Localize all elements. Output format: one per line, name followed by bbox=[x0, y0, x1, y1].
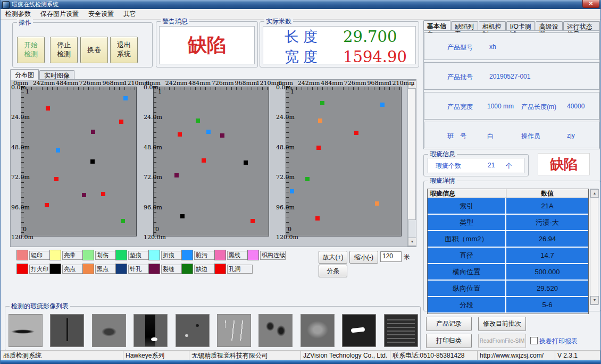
y-axis-tick-label: 120.0m bbox=[276, 234, 298, 241]
defect-marker bbox=[318, 118, 322, 123]
detail-row-4[interactable]: 直径14.7 bbox=[428, 248, 588, 264]
y-axis-tick-label: 48.0m bbox=[144, 144, 162, 151]
menu-item-4[interactable]: 其它 bbox=[119, 9, 141, 19]
scroll-down-icon[interactable]: ▼ bbox=[408, 238, 416, 246]
scroll-down-icon[interactable]: ▼ bbox=[590, 296, 599, 304]
defect-thumbnail-6[interactable] bbox=[217, 314, 251, 347]
legend-color-swatch bbox=[49, 250, 61, 260]
defect-marker bbox=[90, 159, 95, 164]
shift-label: 班 号 bbox=[447, 132, 466, 141]
status-segment-5: 联系电话:0510-85381428 bbox=[390, 351, 477, 360]
menu-item-1[interactable]: 检测参数 bbox=[1, 9, 36, 19]
view-tab-1[interactable]: 分布图 bbox=[10, 69, 39, 80]
close-button[interactable]: ✕ bbox=[582, 0, 599, 8]
zoom-out-button[interactable]: 缩小(-) bbox=[349, 251, 378, 264]
detail-row-3[interactable]: 面积（mm2）26.94 bbox=[428, 231, 588, 248]
defect-thumbnail-3[interactable] bbox=[92, 314, 126, 347]
legend-color-swatch bbox=[16, 250, 28, 260]
defect-thumbnail-2[interactable] bbox=[50, 314, 84, 347]
warning-group-title: 警告消息 bbox=[161, 18, 189, 25]
legend-item-孔洞: 孔洞 bbox=[214, 264, 253, 274]
plot-number-label: 1 bbox=[158, 88, 162, 95]
legend-color-swatch bbox=[181, 264, 193, 274]
meters-input[interactable]: 120 bbox=[380, 251, 402, 262]
detail-row-7[interactable]: 分段5-6 bbox=[428, 297, 588, 314]
operation-button-3[interactable]: 换卷 bbox=[80, 37, 108, 63]
operation-button-1[interactable]: 开始 检测 bbox=[17, 37, 45, 63]
zoom-in-button[interactable]: 放大(+) bbox=[319, 251, 347, 264]
plot-number-label: 1 bbox=[290, 88, 294, 95]
defect-thumbnail-7[interactable] bbox=[258, 314, 293, 347]
menu-bar: 检测参数保存图片设置安全设置其它 bbox=[1, 9, 600, 20]
x-axis-ticks bbox=[21, 87, 136, 90]
y-axis-tick-label: 72.0m bbox=[144, 174, 162, 181]
meter-value: 29.700 bbox=[343, 28, 397, 46]
legend-color-swatch bbox=[49, 264, 61, 274]
defect-thumbnail-8[interactable] bbox=[300, 314, 335, 347]
legend-item-织构连续: 织构连续 bbox=[247, 250, 286, 260]
defect-marker bbox=[91, 130, 95, 134]
defect-marker bbox=[244, 160, 248, 165]
product-record-button[interactable]: 产品记录 bbox=[426, 317, 472, 331]
detail-row-5[interactable]: 横向位置500.000 bbox=[428, 264, 588, 281]
plots-vertical-scrollbar[interactable]: ▲ ▼ bbox=[407, 80, 416, 247]
split-button[interactable]: 分条 bbox=[319, 265, 347, 277]
defect-thumbnail-10[interactable] bbox=[384, 314, 418, 347]
status-segment-1: 品质检测系统 bbox=[1, 351, 123, 360]
plot-number-label: 1 bbox=[26, 88, 29, 95]
defect-thumbnail-9[interactable] bbox=[342, 314, 376, 347]
print-sort-button[interactable]: 打印归类 bbox=[426, 334, 472, 348]
right-tab-5[interactable]: 高级设置 bbox=[536, 21, 563, 31]
detail-row-label: 索引 bbox=[428, 198, 506, 214]
product-batch-row: 产品批号 20190527-001 bbox=[424, 62, 599, 90]
right-tab-1[interactable]: 基本信息 bbox=[423, 20, 450, 31]
view-tab-2[interactable]: 实时图像 bbox=[39, 70, 74, 80]
operator-value: zjy bbox=[567, 132, 575, 139]
detail-row-1[interactable]: 索引21A bbox=[428, 198, 588, 215]
defect-thumbnail-4[interactable] bbox=[133, 314, 168, 347]
defect-marker bbox=[178, 132, 182, 137]
scroll-up-icon[interactable]: ▲ bbox=[590, 189, 599, 198]
product-length-label: 产品长度(m) bbox=[521, 103, 556, 112]
menu-item-3[interactable]: 安全设置 bbox=[84, 9, 119, 19]
x-axis-tick-label: 968mm bbox=[102, 80, 124, 87]
defect-thumbnail-5[interactable] bbox=[176, 314, 210, 347]
app-window: { "window": {"title": "瑕疵在线检测系统", "close… bbox=[0, 0, 601, 364]
operation-button-4[interactable]: 退出 系统 bbox=[110, 37, 138, 63]
operation-button-2[interactable]: 停止 检测 bbox=[50, 37, 78, 63]
defect-marker bbox=[220, 133, 224, 138]
y-axis-ticks bbox=[154, 87, 156, 236]
right-tab-6[interactable]: 运行状态信息 bbox=[563, 21, 600, 31]
defect-count-value: 21 bbox=[488, 162, 495, 169]
modify-batch-button[interactable]: 修改目前批次 bbox=[478, 317, 526, 331]
defect-count-unit: 个 bbox=[506, 162, 512, 171]
right-tab-4[interactable]: I/O卡测试 bbox=[506, 21, 535, 31]
detail-row-label: 纵向位置 bbox=[428, 281, 506, 296]
roll-print-checkbox[interactable] bbox=[530, 337, 538, 344]
menu-item-2[interactable]: 保存图片设置 bbox=[36, 9, 84, 19]
operation-group: 操作 开始 检测停止 检测换卷退出 系统 bbox=[12, 22, 153, 67]
meter-row-1: 长度29.700 bbox=[263, 27, 415, 47]
y-axis-tick-label: 96.0m bbox=[144, 204, 162, 211]
status-segment-6: http://www.wxjzsj.com/ bbox=[477, 351, 555, 360]
distribution-plot-3: 0mm242mm484mm726mm968mm1210mm0.0m24.0m48… bbox=[276, 80, 408, 247]
y-axis-tick-label: 24.0m bbox=[11, 114, 30, 121]
title-bar: 瑕疵在线检测系统 ✕ bbox=[1, 0, 600, 9]
scrollbar-thumb[interactable] bbox=[408, 219, 416, 239]
detail-row-2[interactable]: 类型污渍-大 bbox=[428, 215, 588, 231]
x-axis-tick-label: 1210mm bbox=[389, 80, 415, 87]
detail-table-scrollbar[interactable]: ▲ ▼ bbox=[590, 189, 598, 305]
product-size-row: 产品宽度 1000 mm 产品长度(m) 40000 bbox=[424, 92, 599, 120]
window-title: 瑕疵在线检测系统 bbox=[12, 1, 59, 9]
defect-thumbnail-1[interactable] bbox=[9, 314, 43, 347]
right-tab-2[interactable]: 缺陷列表 bbox=[451, 21, 478, 31]
defect-marker bbox=[56, 148, 60, 153]
status-segment-4: JZVision Technology Co., Ltd. bbox=[300, 351, 390, 360]
warning-box: 缺陷 bbox=[159, 26, 255, 64]
right-tab-3[interactable]: 相机控制 bbox=[479, 21, 506, 31]
y-axis-tick-label: 120.0m bbox=[144, 234, 166, 241]
y-axis-ticks bbox=[21, 87, 24, 236]
detail-row-6[interactable]: 纵向位置29.520 bbox=[428, 281, 588, 297]
product-model-row: 产品型号 xh bbox=[424, 32, 599, 60]
meter-label: 长度 bbox=[263, 27, 343, 46]
